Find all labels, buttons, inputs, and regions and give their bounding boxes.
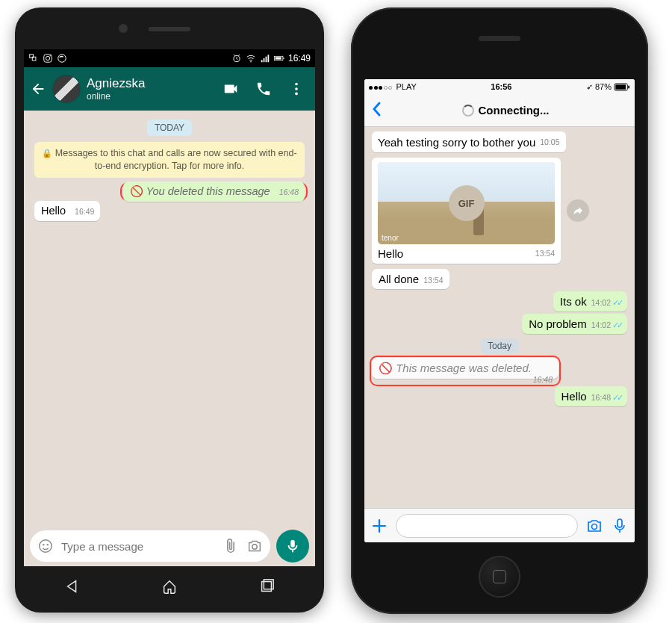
read-ticks-icon: ✓✓: [612, 320, 621, 329]
android-speaker: [149, 27, 190, 31]
read-ticks-icon: ✓✓: [612, 393, 621, 402]
iphone-home-button[interactable]: [479, 556, 520, 598]
svg-point-7: [250, 61, 252, 63]
forward-button[interactable]: [567, 199, 589, 222]
add-button[interactable]: [370, 517, 388, 535]
ios-chat-scroll-area[interactable]: Yeah testing sorry to bother you 10:05 G…: [364, 127, 635, 508]
contact-avatar[interactable]: [52, 75, 81, 103]
message-time: 14:02: [591, 298, 611, 307]
svg-rect-13: [276, 57, 281, 59]
back-button[interactable]: [370, 102, 382, 120]
encryption-notice[interactable]: 🔒 Messages to this chat and calls are no…: [34, 142, 305, 178]
prohibit-icon: 🚫: [379, 362, 393, 374]
lock-icon: 🔒: [42, 149, 52, 158]
nav-home-icon[interactable]: [161, 578, 178, 595]
android-nav-bar: [24, 571, 315, 602]
more-options-icon[interactable]: [288, 81, 305, 97]
incoming-message-bubble[interactable]: Hello 16:49: [34, 201, 100, 221]
date-separator: TODAY: [147, 120, 192, 136]
gif-message-bubble[interactable]: GIF tenor Hello 13:54: [372, 158, 561, 264]
gif-preview[interactable]: GIF tenor: [378, 162, 555, 244]
mic-icon: [284, 538, 301, 554]
video-call-icon[interactable]: [223, 81, 239, 97]
iphone-speaker: [479, 36, 520, 41]
message-input-container[interactable]: [30, 530, 270, 562]
instagram-icon: [43, 53, 53, 63]
message-text-input[interactable]: [61, 540, 215, 553]
read-ticks-icon: ✓✓: [612, 298, 621, 307]
connection-status: Connecting...: [382, 104, 629, 117]
svg-rect-26: [628, 85, 629, 88]
deleted-message-text: You deleted this message: [146, 185, 270, 197]
message-text: Hello: [378, 247, 403, 260]
cell-signal-dots-icon: [369, 82, 393, 91]
voice-message-button[interactable]: [276, 530, 309, 562]
message-time: 13:54: [535, 249, 555, 258]
svg-rect-28: [617, 519, 622, 527]
date-separator: Today: [480, 338, 519, 353]
message-time: 16:48: [591, 393, 611, 402]
highlight-annotation: 🚫You deleted this message 16:48: [120, 182, 308, 201]
outgoing-message-bubble[interactable]: No problem14:02✓✓: [522, 314, 627, 334]
svg-point-15: [295, 83, 298, 86]
outgoing-message-bubble[interactable]: Hello16:48✓✓: [555, 386, 627, 406]
message-text: Hello: [41, 205, 66, 217]
contact-presence: online: [87, 91, 217, 102]
svg-point-20: [47, 544, 49, 545]
iphone-screen: PLAY 16:56 ➶ 87% Connecting... Yeah test…: [364, 79, 635, 542]
ios-message-input[interactable]: [396, 514, 578, 538]
android-screen: 16:49 Agniezska online TODAY 🔒 Messages …: [24, 49, 315, 566]
deleted-message-bubble[interactable]: 🚫You deleted this message 16:48: [123, 182, 305, 202]
camera-icon[interactable]: [246, 538, 263, 554]
carrier-label: PLAY: [396, 82, 417, 91]
alarm-icon: [231, 53, 242, 63]
iphone-frame: PLAY 16:56 ➶ 87% Connecting... Yeah test…: [351, 7, 648, 614]
svg-point-3: [46, 56, 49, 60]
incoming-message-bubble[interactable]: All done13:54: [372, 269, 449, 289]
mic-button[interactable]: [611, 517, 629, 535]
firefox-icon: [57, 53, 67, 63]
message-time: 13:54: [423, 276, 443, 285]
status-time: 16:56: [417, 82, 586, 91]
message-time: 16:48: [533, 375, 553, 384]
message-input-bar: [24, 526, 315, 566]
battery-percent: 87%: [595, 82, 612, 91]
svg-point-5: [58, 55, 66, 63]
voice-call-icon[interactable]: [255, 81, 272, 97]
svg-point-16: [295, 87, 298, 90]
android-phone-frame: 16:49 Agniezska online TODAY 🔒 Messages …: [15, 7, 324, 613]
svg-rect-0: [30, 55, 34, 58]
chat-scroll-area[interactable]: TODAY 🔒 Messages to this chat and calls …: [24, 111, 315, 526]
camera-button[interactable]: [585, 517, 603, 535]
status-time: 16:49: [288, 53, 311, 63]
svg-rect-22: [262, 582, 272, 592]
svg-rect-9: [264, 58, 265, 62]
nav-back-icon[interactable]: [64, 578, 81, 595]
svg-rect-8: [261, 60, 263, 62]
emoji-icon[interactable]: [37, 538, 54, 554]
incoming-message-bubble[interactable]: Yeah testing sorry to bother you 10:05: [372, 131, 566, 152]
back-arrow-icon[interactable]: [30, 81, 46, 97]
message-text: All done: [379, 273, 419, 285]
message-text: No problem: [529, 317, 587, 330]
svg-rect-10: [266, 57, 267, 63]
deleted-message-bubble[interactable]: 🚫 This message was deleted. 16:48: [372, 358, 559, 379]
ios-chat-header[interactable]: Connecting...: [364, 94, 635, 127]
outgoing-message-bubble[interactable]: Its ok14:02✓✓: [553, 291, 627, 312]
whatsapp-chat-header[interactable]: Agniezska online: [24, 67, 315, 111]
svg-rect-25: [615, 84, 626, 89]
ios-input-bar: [364, 508, 635, 542]
attach-icon[interactable]: [223, 538, 239, 554]
android-status-bar: 16:49: [24, 49, 315, 67]
cell-signal-icon: [260, 53, 270, 63]
svg-rect-23: [264, 580, 273, 589]
svg-point-18: [40, 540, 52, 553]
highlight-annotation: 🚫 This message was deleted. 16:48: [370, 356, 561, 386]
forward-arrow-icon: [572, 205, 584, 217]
gif-source-label: tenor: [382, 234, 399, 242]
svg-rect-14: [283, 58, 284, 59]
message-time: 14:02: [591, 320, 611, 329]
nav-recents-icon[interactable]: [258, 578, 275, 595]
message-text: Its ok: [560, 295, 587, 308]
message-text: Yeah testing sorry to bother you: [378, 136, 535, 149]
